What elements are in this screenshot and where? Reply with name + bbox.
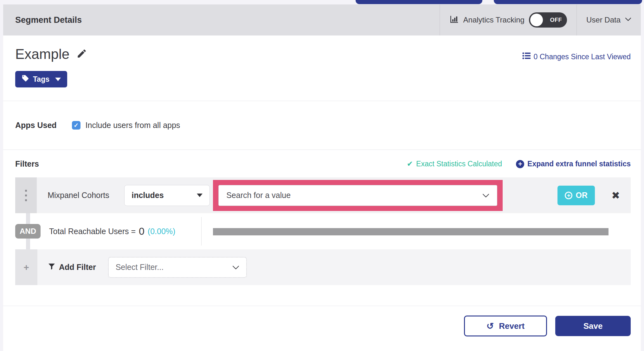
main-card: Segment Details Analytics Tracking OFF: [3, 4, 641, 351]
save-button[interactable]: Save: [555, 316, 631, 336]
caret-down-icon: [55, 78, 61, 81]
reachable-users-row: AND Total Reachable Users = 0 (0.00%): [15, 213, 631, 249]
apps-used-section: Apps Used ✓ Include users from all apps: [3, 101, 641, 150]
select-filter-placeholder: Select Filter...: [116, 263, 164, 272]
tags-button[interactable]: Tags: [15, 71, 67, 87]
include-all-apps-label: Include users from all apps: [86, 121, 180, 130]
toggle-knob: [530, 14, 543, 26]
analytics-tracking-label: Analytics Tracking: [463, 16, 525, 24]
revert-button[interactable]: ↺ Revert: [464, 316, 547, 336]
plus-icon[interactable]: +: [23, 263, 29, 272]
reachable-users-label: Total Reachable Users =: [49, 227, 136, 236]
filter-stack: Mixpanel Cohorts includes Search for a v…: [15, 177, 631, 285]
drag-handle[interactable]: [15, 177, 37, 213]
value-placeholder: Search for a value: [226, 191, 291, 200]
chevron-down-icon: [625, 17, 631, 23]
user-data-label: User Data: [586, 16, 621, 24]
add-or-condition-button[interactable]: + OR: [557, 186, 595, 205]
checkbox-checked-icon[interactable]: ✓: [72, 121, 80, 130]
change-list-icon: [522, 52, 531, 61]
funnel-icon: [48, 263, 55, 272]
header-bar: Segment Details Analytics Tracking OFF: [3, 4, 641, 35]
edit-pencil-icon[interactable]: [76, 48, 87, 60]
vertical-divider: [201, 217, 202, 246]
check-icon: ✔: [407, 160, 413, 168]
reachable-users-bar: [213, 228, 609, 235]
analytics-tracking-section: Analytics Tracking OFF: [440, 4, 576, 35]
bar-chart-icon: [449, 15, 459, 25]
drag-dot: [25, 190, 27, 192]
drag-dot: [25, 195, 27, 196]
chevron-down-icon: [482, 191, 489, 200]
include-all-apps-checkbox-row[interactable]: ✓ Include users from all apps: [72, 121, 180, 130]
remove-filter-icon[interactable]: ✖: [611, 190, 620, 201]
segment-details-page: Segment Details Analytics Tracking OFF: [0, 0, 644, 351]
changes-link-label: 0 Changes Since Last Viewed: [534, 53, 631, 61]
select-filter-dropdown[interactable]: Select Filter...: [108, 257, 247, 278]
reachable-users-percent: (0.00%): [148, 227, 176, 236]
revert-button-label: Revert: [499, 321, 525, 331]
add-filter-row: + Add Filter Select Filter...: [15, 249, 631, 285]
add-filter-label-group: Add Filter: [48, 263, 96, 272]
add-filter-label: Add Filter: [59, 263, 96, 272]
footer-actions: ↺ Revert Save: [3, 306, 641, 351]
toggle-state-label: OFF: [550, 17, 562, 23]
segment-name: Example: [15, 46, 69, 62]
title-section: Example 0 Changes Since Last Viewed: [3, 35, 641, 101]
expand-funnel-statistics-link[interactable]: + Expand extra funnel statistics: [516, 160, 631, 168]
top-button-partial-right[interactable]: [494, 0, 642, 4]
plus-circle-icon: +: [516, 160, 524, 168]
expand-funnel-statistics-label: Expand extra funnel statistics: [527, 160, 631, 168]
add-filter-body: Add Filter Select Filter...: [37, 249, 631, 285]
tag-icon: [22, 74, 29, 84]
value-select[interactable]: Search for a value: [218, 185, 497, 206]
exact-statistics-label: Exact Statistics Calculated: [416, 160, 502, 168]
and-badge: AND: [15, 224, 41, 239]
page-title: Segment Details: [3, 4, 440, 35]
apps-used-label: Apps Used: [15, 121, 57, 130]
exact-statistics-status: ✔ Exact Statistics Calculated: [407, 160, 502, 168]
checkmark-glyph: ✓: [74, 122, 79, 129]
reachable-users-value: 0: [139, 226, 145, 237]
value-select-highlight: Search for a value: [213, 180, 503, 211]
caret-down-icon: [197, 194, 203, 197]
revert-icon: ↺: [486, 321, 494, 331]
filter-name: Mixpanel Cohorts: [48, 191, 124, 200]
drag-dot: [25, 199, 27, 201]
user-data-dropdown[interactable]: User Data: [576, 4, 641, 35]
chevron-down-icon: [232, 263, 239, 272]
analytics-tracking-toggle[interactable]: OFF: [529, 12, 567, 28]
changes-since-last-viewed-link[interactable]: 0 Changes Since Last Viewed: [522, 52, 631, 61]
operator-select[interactable]: includes: [124, 185, 210, 206]
filter-row-body: Mixpanel Cohorts includes Search for a v…: [37, 177, 631, 213]
tags-button-label: Tags: [33, 75, 49, 84]
operator-value: includes: [132, 191, 164, 200]
filters-section: Filters ✔ Exact Statistics Calculated + …: [3, 150, 641, 285]
plus-circle-icon: +: [565, 192, 572, 199]
or-button-label: OR: [576, 191, 588, 200]
top-button-partial-left[interactable]: [356, 0, 482, 4]
filters-heading: Filters: [15, 159, 39, 169]
filter-row: Mixpanel Cohorts includes Search for a v…: [15, 177, 631, 213]
add-filter-gripper: +: [15, 249, 37, 285]
